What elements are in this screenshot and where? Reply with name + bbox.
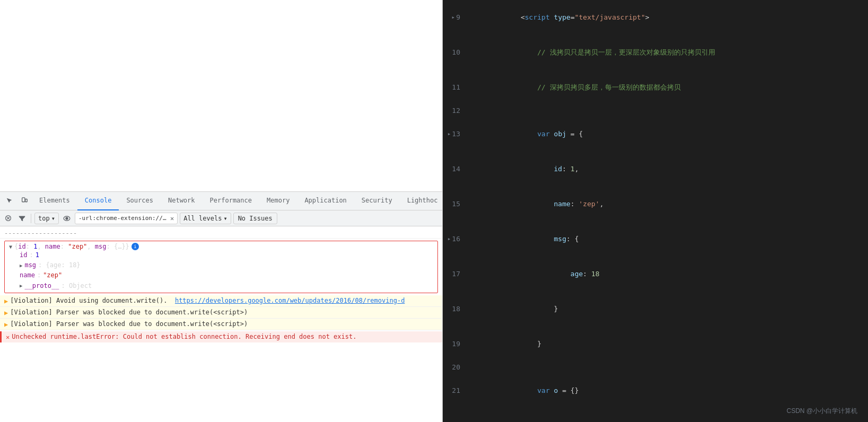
inspect-icon[interactable] <box>2 194 17 208</box>
console-output: ------------------- ▼ {id: 1, name: "zep… <box>0 226 442 422</box>
context-dropdown[interactable]: top ▾ <box>34 213 59 224</box>
svg-point-6 <box>66 217 68 219</box>
code-text-21: var o = {} <box>467 373 868 408</box>
devtools-panel: Elements Console Sources Network Perform… <box>0 0 443 422</box>
obj-prop-msg[interactable]: ▶ msg: {age: 18} <box>20 260 433 270</box>
devtools-top-area <box>0 0 442 191</box>
violation-text-2: [Violation] Parser was blocked due to do… <box>10 309 248 316</box>
eye-icon[interactable] <box>61 213 73 224</box>
error-text-1: Unchecked runtime.lastError: Could not e… <box>12 333 356 340</box>
line-num-17: 17 <box>443 257 467 292</box>
console-object[interactable]: ▼ {id: 1, name: "zep", msg: {…}} i id: 1… <box>4 241 438 293</box>
no-issues-btn[interactable]: No Issues <box>233 213 277 224</box>
code-line-13: ▸13 var obj = { <box>443 117 868 152</box>
code-text-19: } <box>467 327 868 362</box>
error-icon-1: ✕ <box>6 333 10 341</box>
levels-arrow: ▾ <box>223 215 227 222</box>
line-num-11: 11 <box>443 70 467 105</box>
code-text-14: id: 1, <box>467 152 868 187</box>
violation-icon-2: ▶ <box>4 309 8 316</box>
proto-triangle[interactable]: ▶ <box>20 282 22 289</box>
clear-console-btn[interactable] <box>2 213 14 224</box>
levels-label: All levels <box>183 215 222 222</box>
code-line-21: 21 var o = {} <box>443 373 868 408</box>
line-num-21: 21 <box>443 373 467 408</box>
device-icon[interactable] <box>17 194 32 208</box>
line-num-14: 14 <box>443 152 467 187</box>
filter-icon[interactable] <box>16 213 28 224</box>
line-num-20: 20 <box>443 362 467 373</box>
obj-prop-proto[interactable]: ▶ __proto__: Object <box>20 281 433 291</box>
tab-console[interactable]: Console <box>77 191 119 210</box>
obj-properties: id: 1 ▶ msg: {age: 18} name: "zep" ▶ __p… <box>9 250 433 291</box>
code-text-11: // 深拷贝拷贝多层，每一级别的数据都会拷贝 <box>467 70 868 105</box>
fold-9[interactable]: ▸ <box>452 12 455 23</box>
tab-memory[interactable]: Memory <box>259 191 297 210</box>
code-text-13: var obj = { <box>467 117 868 152</box>
code-line-12: 12 <box>443 105 868 117</box>
code-line-15: 15 name: 'zep', <box>443 187 868 222</box>
line-num-12: 12 <box>443 105 467 117</box>
tab-performance[interactable]: Performance <box>203 191 259 210</box>
msg-triangle[interactable]: ▶ <box>20 262 22 269</box>
line-num-13: ▸13 <box>443 117 467 152</box>
tab-network[interactable]: Network <box>161 191 203 210</box>
svg-rect-0 <box>22 198 25 202</box>
violation-icon-1: ▶ <box>4 297 8 305</box>
error-item-1: ✕ Unchecked runtime.lastError: Could not… <box>0 331 442 342</box>
code-line-11: 11 // 深拷贝拷贝多层，每一级别的数据都会拷贝 <box>443 70 868 105</box>
obj-prop-name: name: "zep" <box>20 270 433 280</box>
tab-application[interactable]: Application <box>297 191 354 210</box>
tab-security[interactable]: Security <box>354 191 400 210</box>
code-content: ▸9 <script type="text/javascript"> 10 //… <box>443 0 868 422</box>
watermark: CSDN @小小白学计算机 <box>786 407 857 416</box>
code-text-20 <box>467 362 868 373</box>
expand-triangle[interactable]: ▼ <box>9 244 12 250</box>
code-line-14: 14 id: 1, <box>443 152 868 187</box>
line-num-16: ▸16 <box>443 222 467 257</box>
fold-16[interactable]: ▸ <box>448 233 451 245</box>
code-line-9: ▸9 <script type="text/javascript"> <box>443 0 868 35</box>
levels-dropdown[interactable]: All levels ▾ <box>180 213 231 224</box>
code-line-19: 19 } <box>443 327 868 362</box>
line-num-19: 19 <box>443 327 467 362</box>
code-line-20: 20 <box>443 362 868 373</box>
code-line-18: 18 } <box>443 292 868 327</box>
line-num-9: ▸9 <box>443 0 467 35</box>
tab-sources[interactable]: Sources <box>119 191 161 210</box>
violation-item-2: ▶ [Violation] Parser was blocked due to … <box>0 307 442 319</box>
svg-rect-1 <box>25 199 28 202</box>
code-text-15: name: 'zep', <box>467 187 868 222</box>
url-filter-close-btn[interactable]: ✕ <box>170 215 174 222</box>
code-text-12 <box>467 105 868 117</box>
line-num-15: 15 <box>443 187 467 222</box>
violation-link-1[interactable]: https://developers.google.com/web/update… <box>175 297 405 304</box>
code-editor-panel: ▸9 <script type="text/javascript"> 10 //… <box>443 0 868 422</box>
line-num-22: 22 <box>443 408 467 422</box>
code-text-9: <script type="text/javascript"> <box>467 0 868 35</box>
obj-prop-id: id: 1 <box>20 250 433 260</box>
code-line-17: 17 age: 18 <box>443 257 868 292</box>
dropdown-arrow: ▾ <box>51 215 55 222</box>
code-line-10: 10 // 浅拷贝只是拷贝一层，更深层次对象级别的只拷贝引用 <box>443 35 868 70</box>
devtools-tabs: Elements Console Sources Network Perform… <box>0 191 442 210</box>
line-num-18: 18 <box>443 292 467 327</box>
url-filter-text: -url:chrome-extension://jgphnjokjhjlcnna… <box>78 215 169 222</box>
violation-item-1: ▶ [Violation] Avoid using document.write… <box>0 295 442 307</box>
code-text-17: age: 18 <box>467 257 868 292</box>
console-toolbar: top ▾ -url:chrome-extension://jgphnjokjh… <box>0 210 442 226</box>
url-filter[interactable]: -url:chrome-extension://jgphnjokjhjlcnna… <box>75 213 178 224</box>
line-num-10: 10 <box>443 35 467 70</box>
tab-elements[interactable]: Elements <box>32 191 77 210</box>
obj-info-icon[interactable]: i <box>131 243 139 250</box>
fold-13[interactable]: ▸ <box>448 128 451 140</box>
context-label: top <box>38 215 50 222</box>
violation-text-1: [Violation] Avoid using document.write()… <box>10 297 405 304</box>
code-line-16: ▸16 msg: { <box>443 222 868 257</box>
obj-header[interactable]: ▼ {id: 1, name: "zep", msg: {…}} i <box>9 243 433 250</box>
console-dashes: ------------------- <box>0 228 442 239</box>
tab-lighthouse[interactable]: Lighthoc <box>400 191 445 210</box>
violation-item-3: ▶ [Violation] Parser was blocked due to … <box>0 319 442 330</box>
code-text-16: msg: { <box>467 222 868 257</box>
violation-icon-3: ▶ <box>4 321 8 328</box>
